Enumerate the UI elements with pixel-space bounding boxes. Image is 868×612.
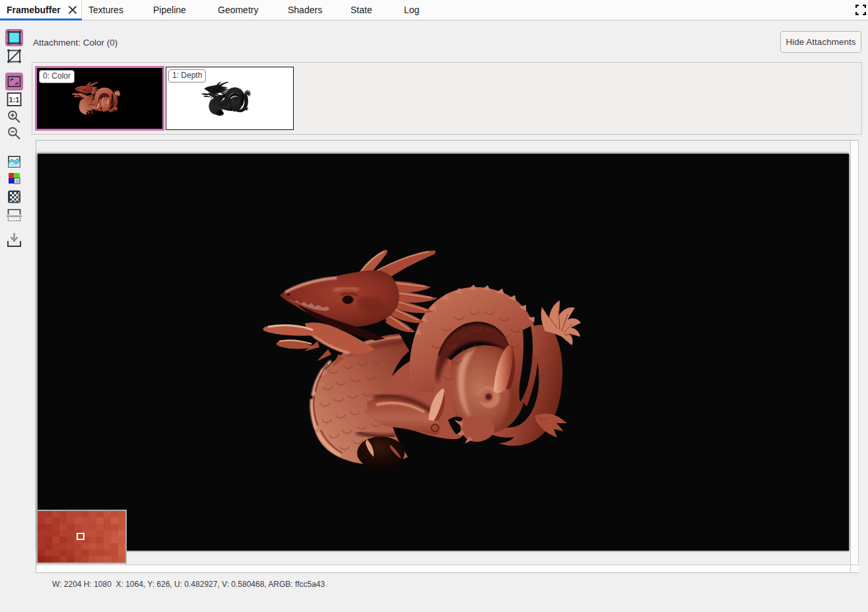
svg-text:A: A [16, 180, 18, 183]
svg-text:1:1: 1:1 [9, 96, 20, 104]
